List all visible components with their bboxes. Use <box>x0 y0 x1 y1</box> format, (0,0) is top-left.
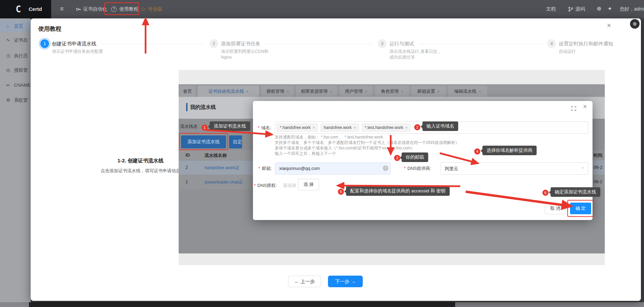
tag-close-icon[interactable]: × <box>313 126 315 130</box>
tooltip-arrow <box>344 190 346 193</box>
modal-close-icon[interactable]: × <box>607 21 611 30</box>
tab-close-icon[interactable]: × <box>365 89 367 93</box>
table-col-id: ID <box>185 152 190 158</box>
annotation-badge-3: 3 <box>394 155 400 161</box>
domain-tag[interactable]: handsfree.work× <box>320 123 359 132</box>
tab-label: 权限资源管理 <box>301 88 328 94</box>
sparkles-icon[interactable]: ✦ <box>608 5 612 12</box>
tab-close-icon[interactable]: × <box>437 89 439 93</box>
nav-cert-automation[interactable]: 证书自动化 <box>83 6 107 12</box>
annotation-tip-2: 输入证书域名 <box>422 121 458 131</box>
tab-user-manage[interactable]: 用户管理 × <box>340 86 373 97</box>
embedded-screenshot: 首页 证书自动化流水线 × 授权管理 × 权限资源管理 × 用户管理 × 角色管… <box>179 70 605 265</box>
sidebar-item-auth[interactable]: ◎授权管 <box>0 64 31 76</box>
sidebar-item-cname[interactable]: ∞CNAME <box>0 79 31 91</box>
tab-edit-pipeline[interactable]: 编辑流水线 × <box>448 86 487 97</box>
globe-icon[interactable]: ⊕ <box>597 5 601 12</box>
tag-label: *.test.handsfree.work <box>365 125 403 130</box>
sidebar-item-label: 执行历 <box>14 53 28 58</box>
brand-title: Certd <box>29 6 42 12</box>
domain-tag[interactable]: *.test.handsfree.work× <box>362 123 410 132</box>
floating-close-button[interactable]: ⊗ <box>630 19 640 29</box>
tag-close-icon[interactable]: × <box>405 126 407 130</box>
tab-close-icon[interactable]: × <box>330 89 332 93</box>
sidebar-item-label: 授权管 <box>14 68 28 73</box>
annotation-badge-4: 4 <box>474 148 480 155</box>
gem-icon: ◇ <box>141 6 145 12</box>
nav-source-code[interactable]: 源码 <box>575 6 585 12</box>
next-step-button[interactable]: 下一步 → <box>328 276 363 287</box>
pagetitle-accent-bar <box>186 103 188 111</box>
target-icon: ◎ <box>6 64 11 76</box>
nav-pro-version[interactable]: 专业版 <box>148 6 162 12</box>
table-col-name: 流水线名称 <box>205 152 227 159</box>
tab-cert-pipeline[interactable]: 证书自动化流水线 × <box>198 86 259 97</box>
user-greeting[interactable]: 您好，admin <box>620 6 644 12</box>
clear-input-icon[interactable]: × <box>383 165 388 171</box>
tab-home[interactable]: 首页 <box>180 86 195 97</box>
certd-logo-icon: C <box>16 4 21 14</box>
custom-pipeline-button[interactable]: 自定 <box>229 135 242 148</box>
row-pipeline-link[interactable]: powerleader.chat证 <box>205 179 243 185</box>
step-4-dot: 4 <box>547 39 556 48</box>
sidebar-item-label: 首页 <box>14 24 23 29</box>
modal-title: 使用教程 <box>38 25 61 33</box>
tab-close-icon[interactable]: × <box>287 89 289 93</box>
logo-block: C Certd <box>0 0 51 18</box>
link-icon: ∞ <box>6 79 11 91</box>
step-3-title: 运行与测试 <box>389 41 414 47</box>
cancel-button[interactable]: 取 消 <box>545 203 566 214</box>
sidebar-item-cert-automation[interactable]: ∿证书自 <box>0 34 31 46</box>
choose-auth-button[interactable]: 选 择 <box>298 179 319 190</box>
sidebar-item-system[interactable]: ⚙系统管 <box>0 94 31 106</box>
tab-permission-manage[interactable]: 权限资源管理 × <box>296 86 337 97</box>
key-icon <box>76 6 81 12</box>
tab-close-icon[interactable]: × <box>479 89 481 93</box>
domain-field-label: 域名: <box>261 125 271 131</box>
nav-tutorial[interactable]: 使用教程 <box>119 6 138 12</box>
tag-close-icon[interactable]: × <box>354 126 356 130</box>
dns-auth-placeholder: 请选择 <box>283 182 296 189</box>
nav-docs[interactable]: 文档 <box>546 6 556 12</box>
sidebar-item-home[interactable]: ⌂首页 <box>0 20 31 32</box>
row-pipeline-link[interactable]: handsfree.work证 <box>205 165 239 171</box>
tag-label: handsfree.work <box>324 125 351 130</box>
tab-close-icon[interactable]: × <box>401 89 403 93</box>
tab-close-icon[interactable]: × <box>246 89 248 93</box>
step-4-title: 设置定时执行和邮件通知 <box>559 41 613 47</box>
tag-label: *.handsfree.work <box>280 125 311 130</box>
required-asterisk: * <box>258 166 260 171</box>
dns-provider-select[interactable]: 阿里云 ⌄ <box>440 162 588 175</box>
sidebar-item-history[interactable]: ◷执行历 <box>0 50 31 62</box>
dialog-close-icon[interactable]: × <box>583 103 587 111</box>
sidebar-item-label: CNAME <box>14 83 31 88</box>
ok-button[interactable]: 确 定 <box>570 203 591 214</box>
required-asterisk: * <box>254 183 256 188</box>
tab-auth-manage[interactable]: 授权管理 × <box>261 86 294 97</box>
scrollbar-thumb[interactable] <box>29 302 455 307</box>
tooltip-arrow <box>400 156 402 159</box>
annotation-tip-4: 选择你域名解析提供商 <box>482 146 537 155</box>
clock-icon: ◷ <box>6 50 11 62</box>
email-input[interactable]: xiaojunnuo@qq.com × <box>275 162 391 175</box>
tab-role-manage[interactable]: 角色管理 × <box>375 86 409 97</box>
tooltip-arrow <box>421 125 422 128</box>
chevron-down-icon: ⌄ <box>581 164 585 170</box>
sidebar-item-label: 证书自 <box>14 38 28 43</box>
step-1-title: 创建证书申请流水线 <box>52 41 96 47</box>
table-col-time: 时间 <box>594 152 602 159</box>
domain-tag[interactable]: *.handsfree.work× <box>277 123 318 132</box>
step-connector <box>265 44 373 44</box>
tab-email-settings[interactable]: 邮箱设置 × <box>411 86 446 97</box>
domain-tag-list: *.handsfree.work× handsfree.work× *.test… <box>277 123 410 132</box>
sidebar-collapse-icon[interactable]: ≡ <box>60 5 64 13</box>
step-2-dot: 2 <box>209 39 218 48</box>
prev-step-button[interactable]: ← 上一步 <box>288 276 321 287</box>
domain-help-line: 输入一个回车之后，再输入下一个 <box>275 151 336 157</box>
step-connector <box>102 44 205 44</box>
shot-page-title: 我的流水线 <box>190 104 216 111</box>
tab-label: 编辑流水线 <box>454 88 476 94</box>
time-value: 06-2 <box>594 165 602 170</box>
add-pipeline-button[interactable]: 添加证书流水线 <box>181 135 226 148</box>
fullscreen-icon[interactable] <box>571 106 576 111</box>
